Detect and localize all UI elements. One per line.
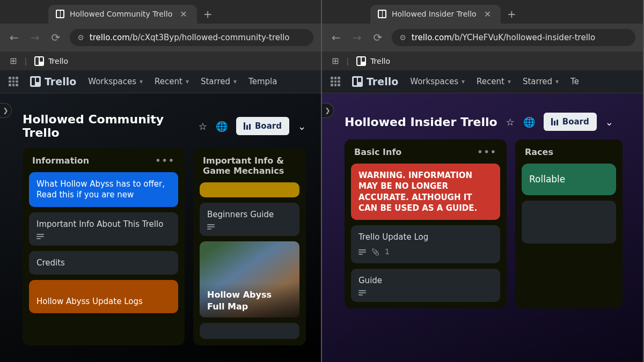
trello-logo[interactable]: Trello	[352, 76, 398, 87]
separator: |	[24, 57, 27, 65]
reload-button[interactable]: ⟳	[49, 29, 63, 46]
bookmark-trello[interactable]: Trello	[34, 56, 68, 66]
forward-button[interactable]: →	[28, 29, 42, 46]
card-text: Hollow Abyss Update Logs	[36, 297, 143, 306]
separator: |	[346, 57, 349, 65]
card-text: Hollow Abyss Full Map	[200, 284, 299, 317]
tab-title: Hollowed Insider Trello	[392, 10, 477, 18]
description-icon	[207, 224, 215, 230]
site-info-icon[interactable]: ⚙	[399, 33, 406, 42]
description-icon	[36, 234, 44, 239]
chevron-down-icon: ▾	[462, 78, 465, 85]
board-button-label: Board	[255, 121, 282, 131]
tab-strip: Hollowed Insider Trello ✕ +	[322, 0, 643, 24]
list-title: Basic Info	[354, 147, 401, 157]
star-icon[interactable]: ☆	[199, 121, 207, 132]
board-title: Hollowed Insider Trello	[345, 115, 497, 129]
board-header: Hollowed Insider Trello ☆ 🌐 Board ⌄	[322, 93, 643, 139]
nav-workspaces[interactable]: Workspaces▾	[88, 77, 143, 86]
trello-icon	[34, 56, 44, 66]
apps-icon[interactable]: ⊞	[332, 56, 339, 66]
card-text: Trello Update Log	[358, 232, 428, 242]
url-input[interactable]: ⚙ trello.com/b/YCHeFVuK/hollowed-insider…	[392, 29, 635, 46]
back-button[interactable]: ←	[8, 29, 21, 46]
card[interactable]	[200, 182, 299, 197]
close-tab-icon[interactable]: ✕	[178, 9, 189, 19]
trello-logo[interactable]: Trello	[30, 76, 76, 87]
card-text: Credits	[36, 258, 65, 268]
card[interactable]: Important Info About This Trello	[29, 212, 178, 246]
card[interactable]: Beginners Guide	[200, 203, 299, 236]
nav-workspaces[interactable]: Workspaces▾	[410, 77, 465, 86]
board-menu-chevron[interactable]: ⌄	[298, 121, 306, 132]
card-text: Rollable	[529, 174, 565, 184]
bookmarks-bar: ⊞ | Trello	[0, 51, 321, 70]
close-tab-icon[interactable]: ✕	[482, 9, 493, 19]
new-tab-button[interactable]: +	[501, 4, 523, 24]
bookmark-label: Trello	[370, 57, 390, 65]
back-button[interactable]: ←	[330, 29, 343, 46]
card[interactable]: Guide	[351, 269, 500, 302]
card[interactable]: Rollable	[522, 164, 616, 195]
browser-tab[interactable]: Hollowed Community Trello ✕	[48, 5, 197, 24]
attachment-count: 1	[385, 247, 390, 257]
card[interactable]	[200, 323, 299, 339]
visibility-icon[interactable]: 🌐	[523, 116, 535, 128]
card-with-cover[interactable]: Hollow Abyss Full Map	[200, 241, 299, 317]
nav-recent[interactable]: Recent▾	[155, 77, 189, 86]
board-menu-chevron[interactable]: ⌄	[605, 116, 613, 128]
card[interactable]: Trello Update Log 1	[351, 225, 500, 263]
board-header: Hollowed Community Trello ☆ 🌐 Board ⌄	[0, 93, 321, 148]
chevron-down-icon: ▾	[186, 78, 189, 85]
list-menu-button[interactable]: •••	[477, 147, 497, 157]
trello-logo-mark	[30, 76, 41, 87]
nav-starred[interactable]: Starred▾	[201, 77, 237, 86]
browser-tab[interactable]: Hollowed Insider Trello ✕	[370, 5, 501, 24]
app-switcher-icon[interactable]	[9, 77, 18, 86]
site-info-icon[interactable]: ⚙	[77, 33, 84, 42]
chevron-down-icon: ▾	[233, 78, 237, 85]
list-important-info: Important Info & Game Mechanics Beginner…	[193, 148, 306, 345]
star-icon[interactable]: ☆	[506, 116, 515, 128]
chevron-down-icon: ▾	[555, 78, 559, 85]
app-switcher-icon[interactable]	[331, 77, 340, 86]
apps-icon[interactable]: ⊞	[10, 56, 17, 66]
reload-button[interactable]: ⟳	[371, 29, 385, 46]
list-races: Races Rollable	[515, 139, 623, 308]
visibility-icon[interactable]: 🌐	[216, 121, 228, 132]
nav-recent[interactable]: Recent▾	[477, 77, 511, 86]
chevron-down-icon: ▾	[508, 78, 511, 85]
trello-favicon	[56, 10, 64, 18]
nav-templates[interactable]: Templa	[248, 77, 277, 86]
nav-starred[interactable]: Starred▾	[523, 77, 559, 86]
list-title: Information	[32, 156, 89, 166]
card[interactable]: WARNING. INFORMATION MAY BE NO LONGER AC…	[351, 164, 500, 220]
card-text: What Hollow Abyss has to offer, Read thi…	[36, 179, 165, 200]
forward-button[interactable]: →	[350, 29, 364, 46]
board-lists: Basic Info••• WARNING. INFORMATION MAY B…	[322, 139, 643, 308]
list-title: Races	[525, 147, 553, 157]
trello-navbar: Trello Workspaces▾ Recent▾ Starred▾ Temp…	[0, 70, 321, 93]
tab-title: Hollowed Community Trello	[70, 10, 172, 18]
address-bar: ← → ⟳ ⚙ trello.com/b/cXqt3Byp/hollowed-c…	[0, 24, 321, 51]
bookmark-trello[interactable]: Trello	[356, 56, 390, 66]
board-title: Hollowed Community Trello	[23, 113, 190, 139]
nav-templates[interactable]: Te	[570, 77, 579, 86]
card-text: Beginners Guide	[207, 210, 274, 219]
board-view-button[interactable]: Board	[236, 117, 289, 135]
card[interactable]: What Hollow Abyss has to offer, Read thi…	[29, 172, 178, 207]
card[interactable]: Hollow Abyss Update Logs	[29, 280, 178, 313]
board-view-button[interactable]: Board	[544, 113, 597, 131]
url-input[interactable]: ⚙ trello.com/b/cXqt3Byp/hollowed-communi…	[70, 29, 313, 46]
card[interactable]	[522, 201, 616, 243]
new-tab-button[interactable]: +	[197, 4, 219, 24]
card-text: Guide	[358, 276, 382, 285]
card[interactable]: Credits	[29, 251, 178, 275]
list-menu-button[interactable]: •••	[155, 156, 175, 166]
trello-icon	[356, 56, 366, 66]
list-information: Information••• What Hollow Abyss has to …	[23, 148, 185, 345]
url-text: trello.com/b/cXqt3Byp/hollowed-community…	[90, 33, 290, 42]
card-text: Important Info About This Trello	[36, 219, 163, 229]
board-icon	[551, 118, 558, 125]
address-bar: ← → ⟳ ⚙ trello.com/b/YCHeFVuK/hollowed-i…	[322, 24, 643, 51]
